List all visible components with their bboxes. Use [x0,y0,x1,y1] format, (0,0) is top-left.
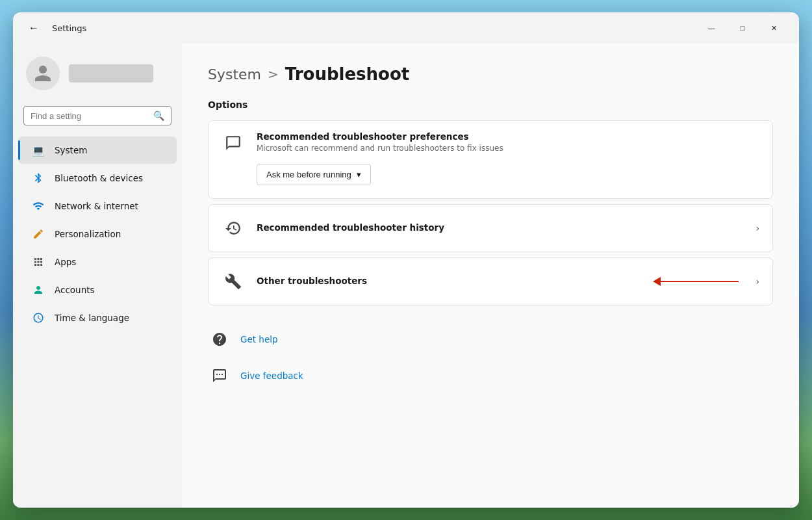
pref-title: Recommended troubleshooter preferences [257,131,759,142]
sidebar-item-accounts-label: Accounts [55,285,95,295]
avatar [26,57,60,90]
close-button[interactable]: ✕ [759,18,789,38]
sidebar-item-personalization[interactable]: Personalization [18,220,177,248]
minimize-button[interactable]: — [696,18,726,38]
history-title: Recommended troubleshooter history [257,222,739,233]
search-input[interactable] [31,111,148,121]
user-section [13,49,182,103]
dropdown-label: Ask me before running [266,170,351,179]
give-feedback-icon [208,364,231,387]
give-feedback-label[interactable]: Give feedback [240,370,303,381]
other-text: Other troubleshooters [257,276,641,288]
accounts-icon [31,283,45,297]
time-icon [31,311,45,325]
sidebar-item-time[interactable]: Time & language [18,304,177,332]
pref-desc: Microsoft can recommend and run troubles… [257,144,759,153]
arrow-annotation [653,277,739,286]
bluetooth-icon [31,171,45,185]
window-controls: — □ ✕ [696,18,789,38]
breadcrumb: System > Troubleshoot [208,64,773,84]
title-bar-left: ← Settings [23,18,86,38]
personalization-icon [31,227,45,241]
breadcrumb-current: Troubleshoot [285,64,409,84]
wrench-icon [222,270,245,293]
breadcrumb-separator: > [268,66,279,82]
main-layout: 🔍 💻 System Bluetooth & devices [13,44,799,508]
system-icon: 💻 [31,143,45,157]
get-help-icon [208,328,231,351]
sidebar-item-system-label: System [55,145,87,155]
breadcrumb-parent[interactable]: System [208,66,261,83]
card-history-row[interactable]: Recommended troubleshooter history › [209,205,772,252]
sidebar-item-bluetooth[interactable]: Bluetooth & devices [18,164,177,192]
card-other-row[interactable]: Other troubleshooters › [209,258,772,305]
maximize-button[interactable]: □ [728,18,757,38]
section-label: Options [208,99,773,110]
content-area: System > Troubleshoot Options Recommende… [182,44,799,508]
window-title: Settings [52,23,86,33]
card-recommended-prefs: Recommended troubleshooter preferences M… [208,120,773,199]
search-icon: 🔍 [153,110,164,121]
sidebar-item-apps[interactable]: Apps [18,248,177,276]
chevron-down-icon: ▾ [357,170,361,179]
history-text: Recommended troubleshooter history [257,222,739,235]
get-help-label[interactable]: Get help [240,334,278,344]
user-icon [33,64,53,83]
sidebar-item-system[interactable]: 💻 System [18,136,177,164]
apps-icon [31,255,45,269]
get-help-row[interactable]: Get help [208,321,773,358]
card-other-troubleshooters[interactable]: Other troubleshooters › [208,257,773,306]
network-icon [31,199,45,213]
sidebar-item-apps-label: Apps [55,257,76,267]
arrow-line [661,281,739,282]
other-title: Other troubleshooters [257,276,641,286]
sidebar: 🔍 💻 System Bluetooth & devices [13,44,182,508]
card-pref-content: Recommended troubleshooter preferences M… [209,121,772,198]
bottom-links: Get help Give feedback [208,321,773,394]
pref-top: Recommended troubleshooter preferences M… [222,131,759,155]
give-feedback-row[interactable]: Give feedback [208,358,773,394]
sidebar-item-accounts[interactable]: Accounts [18,276,177,304]
search-box[interactable]: 🔍 [23,106,171,125]
sidebar-item-network[interactable]: Network & internet [18,192,177,220]
sidebar-nav: 💻 System Bluetooth & devices Network & i… [13,136,182,332]
history-icon [222,216,245,240]
chat-icon [222,131,245,155]
arrow-head [653,277,661,286]
card-recommended-history[interactable]: Recommended troubleshooter history › [208,204,773,252]
sidebar-item-network-label: Network & internet [55,201,138,211]
other-chevron: › [755,276,759,287]
sidebar-item-personalization-label: Personalization [55,229,121,239]
user-name-placeholder [69,64,153,83]
pref-text: Recommended troubleshooter preferences M… [257,131,759,153]
troubleshooter-dropdown[interactable]: Ask me before running ▾ [257,164,371,185]
sidebar-item-bluetooth-label: Bluetooth & devices [55,173,143,183]
settings-window: ← Settings — □ ✕ 🔍 [13,12,799,508]
history-chevron: › [755,223,759,233]
title-bar: ← Settings — □ ✕ [13,12,799,44]
back-button[interactable]: ← [23,18,44,38]
sidebar-item-time-label: Time & language [55,313,129,323]
